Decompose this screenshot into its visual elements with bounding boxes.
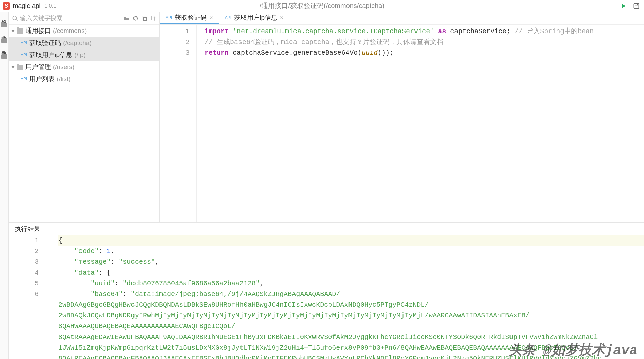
locate-icon[interactable] [141,15,148,22]
search-input[interactable] [20,15,122,22]
json-punc: : [115,280,123,287]
tab-ip[interactable]: API 获取用户ip信息 × [219,12,290,24]
close-icon[interactable]: × [209,14,213,21]
json-key: "data" [74,269,99,277]
sort-icon[interactable] [149,15,157,22]
tree-label: 获取验证码 [29,39,61,47]
titlebar-actions [620,2,640,10]
tree-group-users[interactable]: 用户管理(/users) [9,61,159,73]
tree-item-ip[interactable]: API 获取用户ip信息(/ip) [9,49,159,61]
app-name: magic-api [13,2,40,10]
json-val: "dcdb8076785045af9686a56a2baa2128" [123,280,260,287]
json-key: "message" [74,258,111,266]
json-val: 1 [107,247,111,255]
api-badge: API [225,15,231,20]
tab-captcha[interactable]: API 获取验证码 × [160,12,219,24]
tree-path: (/commons) [53,27,87,35]
result-code[interactable]: { "code": 1, "message": "success", "data… [52,235,644,359]
breadcrumb: /通用接口/获取验证码(/commons/captcha) [260,1,384,10]
left-rail: 接口列表 函数列表 数据源管理 [0,12,9,359]
line-gutter: 1 2 3 [160,25,197,222]
json-punc: , [111,247,115,255]
line-number: 2 [9,246,39,257]
chevron-down-icon [11,30,15,32]
json-key: "code" [74,247,99,255]
api-badge: API [21,41,27,45]
json-key: "base64" [91,290,123,298]
tab-label: 获取验证码 [175,13,207,22]
watermark: 头条 @如梦技术java [508,346,637,356]
close-icon[interactable]: × [280,14,284,21]
ident: captchaService; [450,27,511,35]
code-editor[interactable]: 1 2 3 import 'net.dreamlu.mica.captcha.s… [160,25,644,222]
line-number: 1 [160,26,190,37]
code-body[interactable]: import 'net.dreamlu.mica.captcha.service… [197,25,644,222]
api-tree: 通用接口(/commons) API 获取验证码(/captcha) API 获… [9,25,159,222]
json-brace: { [58,237,62,244]
json-val: "data:image/jpeg;base64,/9j/4AAQSkZJRgAB… [131,290,340,298]
json-punc: : [111,258,119,266]
sidebar: 通用接口(/commons) API 获取验证码(/captcha) API 获… [9,12,160,222]
arg: uuid [362,49,378,57]
search-row [9,12,159,25]
svg-line-3 [16,19,18,21]
app-version: 1.0.1 [44,3,56,9]
folder-icon [17,28,23,34]
tree-path: (/users) [53,63,74,71]
result-gutter: 1 2 3 4 5 6 [9,235,52,359]
api-badge: API [21,53,27,57]
api-badge: API [21,77,27,81]
json-punc: : { [99,269,111,277]
rail-function-list[interactable]: 函数列表 [1,30,7,36]
tree-label: 获取用户ip信息 [29,51,72,59]
search-icon [11,15,19,22]
line-number: 5 [9,278,39,289]
line-number: 3 [9,257,39,267]
folder-icon [17,65,23,70]
titlebar: S magic-api 1.0.1 /通用接口/获取验证码(/commons/c… [0,0,644,12]
tree-group-commons[interactable]: 通用接口(/commons) [9,25,159,37]
run-icon[interactable] [620,2,627,10]
comment: // 导入Spring中的bean [515,27,594,35]
line-number: 2 [160,37,190,48]
json-val: "success" [119,258,155,266]
json-punc: : [99,247,107,255]
comment: // 生成base64验证码，mica-captcha，也支持图片验证码，具体请… [205,38,443,46]
svg-rect-0 [634,3,639,8]
folder-icon [1,23,7,27]
line-number: 6 [9,289,39,300]
editor-area: API 获取验证码 × API 获取用户ip信息 × 1 2 3 [160,12,644,222]
tree-path: (/ip) [74,51,86,59]
line-number: 1 [9,235,39,246]
app-logo: S [3,2,10,10]
line-number: 3 [160,48,190,58]
kw-return: return [205,49,229,57]
rail-datasource[interactable]: 数据源管理 [1,46,7,52]
tree-path: (/list) [57,75,70,83]
json-key: "uuid" [91,280,115,287]
folder-icon [1,38,7,43]
tab-label: 获取用户ip信息 [234,13,277,22]
tree-label: 用户管理 [25,63,51,71]
tree-label: 通用接口 [25,26,51,35]
tree-path: (/captcha) [63,39,91,47]
api-badge: API [166,15,172,20]
rail-api-list[interactable]: 接口列表 [1,15,7,20]
json-punc: : [123,290,131,298]
result-body: 1 2 3 4 5 6 { "code": 1, "message": "suc… [9,235,644,359]
call: captchaService.generateBase64Vo( [233,49,362,57]
kw-import: import [205,27,229,35]
kw-as: as [438,27,446,35]
result-header: 执行结果 [9,223,644,235]
json-punc: , [260,280,264,287]
tree-item-captcha[interactable]: API 获取验证码(/captcha) [9,37,159,49]
json-punc: , [155,258,159,266]
svg-point-2 [13,16,16,20]
refresh-icon[interactable] [132,15,139,22]
chevron-down-icon [11,66,15,68]
save-icon[interactable] [633,2,640,10]
call-end: ()); [378,49,394,57]
editor-tabs: API 获取验证码 × API 获取用户ip信息 × [160,12,644,25]
new-folder-icon[interactable] [123,15,130,22]
tree-item-user-list[interactable]: API 用户列表(/list) [9,73,159,85]
